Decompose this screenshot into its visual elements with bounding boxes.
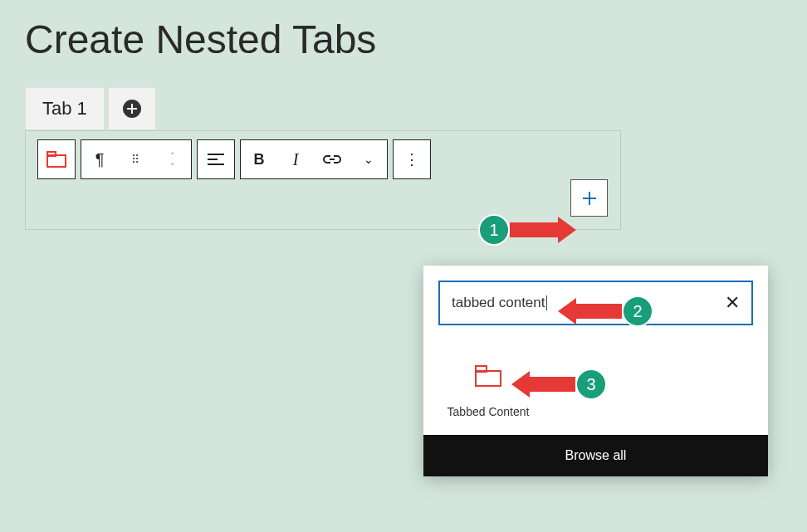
align-left-icon xyxy=(208,153,224,166)
options-button[interactable]: ⋮ xyxy=(394,140,430,178)
page-title: Create Nested Tabs xyxy=(25,17,782,62)
bold-button[interactable]: B xyxy=(241,140,277,178)
move-up-down[interactable]: ⌃⌄ xyxy=(154,140,191,178)
search-results: Tabbed Content xyxy=(423,340,768,435)
result-label: Tabbed Content xyxy=(438,405,538,418)
block-search-input-wrapper[interactable]: tabbed content ✕ xyxy=(438,281,753,325)
block-search-popover: tabbed content ✕ Tabbed Content Browse a… xyxy=(423,266,768,476)
plus-circle-icon xyxy=(123,100,141,118)
more-vertical-icon: ⋮ xyxy=(404,150,419,168)
svg-rect-0 xyxy=(47,155,66,167)
result-tabbed-content[interactable]: Tabbed Content xyxy=(438,365,538,418)
clear-search-button[interactable]: ✕ xyxy=(725,292,740,314)
pilcrow-icon: ¶ xyxy=(95,150,105,169)
tabbed-content-icon xyxy=(475,365,501,387)
block-search-input[interactable]: tabbed content xyxy=(452,295,545,311)
block-type-button[interactable] xyxy=(38,140,75,178)
tab-content-area: ¶ ⠿ ⌃⌄ B I xyxy=(25,130,621,230)
link-button[interactable] xyxy=(314,140,350,178)
align-button[interactable] xyxy=(198,140,234,178)
block-inserter-button[interactable] xyxy=(570,179,608,217)
drag-handle[interactable]: ⠿ xyxy=(118,140,154,178)
plus-icon xyxy=(581,190,598,207)
block-toolbar: ¶ ⠿ ⌃⌄ B I xyxy=(37,139,609,179)
more-rich-text-button[interactable]: ⌄ xyxy=(350,140,387,178)
tab-1[interactable]: Tab 1 xyxy=(25,87,105,130)
svg-rect-1 xyxy=(47,152,56,156)
svg-rect-7 xyxy=(476,371,501,386)
tabs-row: Tab 1 xyxy=(25,87,807,130)
add-tab-button[interactable] xyxy=(108,87,156,130)
browse-all-button[interactable]: Browse all xyxy=(423,435,768,476)
tabbed-content-icon xyxy=(46,151,66,168)
link-icon xyxy=(323,154,341,164)
chevron-down-icon: ⌄ xyxy=(364,153,374,166)
drag-handle-icon: ⠿ xyxy=(131,153,141,166)
paragraph-button[interactable]: ¶ xyxy=(81,140,118,178)
up-down-icon: ⌃⌄ xyxy=(169,152,176,167)
italic-button[interactable]: I xyxy=(277,140,314,178)
